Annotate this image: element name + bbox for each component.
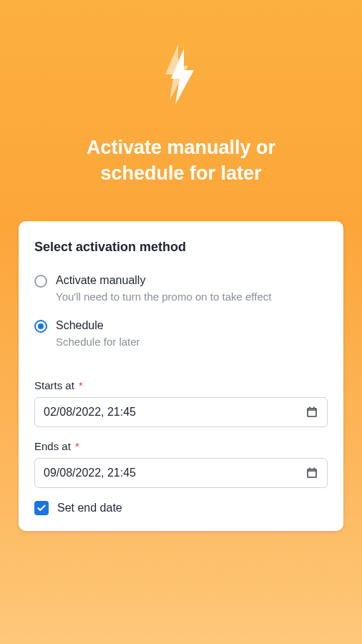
required-asterisk: * [72, 440, 79, 452]
radio-text: Schedule Schedule for later [56, 318, 328, 349]
checkbox-icon [34, 501, 49, 515]
radio-text: Activate manually You'll need to turn th… [56, 273, 328, 304]
checkbox-label: Set end date [57, 502, 122, 514]
ends-at-value: 09/08/2022, 21:45 [44, 467, 136, 479]
radio-description: You'll need to turn the promo on to take… [56, 290, 328, 304]
page-root: Activate manually or schedule for later … [0, 0, 362, 644]
calendar-icon [305, 406, 318, 419]
radio-icon [34, 320, 47, 333]
radio-option-schedule[interactable]: Schedule Schedule for later [34, 314, 328, 359]
radio-icon [34, 275, 47, 288]
radio-option-manual[interactable]: Activate manually You'll need to turn th… [34, 269, 328, 314]
ends-at-field: Ends at * 09/08/2022, 21:45 [34, 440, 328, 488]
starts-at-input[interactable]: 02/08/2022, 21:45 [34, 397, 328, 427]
set-end-date-checkbox[interactable]: Set end date [34, 501, 328, 515]
label-text: Ends at [34, 440, 71, 452]
starts-at-label: Starts at * [34, 379, 328, 391]
radio-description: Schedule for later [56, 335, 328, 349]
radio-label: Schedule [56, 318, 328, 333]
calendar-icon [305, 467, 318, 479]
starts-at-value: 02/08/2022, 21:45 [44, 406, 136, 419]
label-text: Starts at [34, 379, 74, 391]
starts-at-field: Starts at * 02/08/2022, 21:45 [34, 379, 328, 427]
lightning-icon [160, 43, 202, 107]
ends-at-label: Ends at * [34, 440, 328, 452]
required-asterisk: * [76, 379, 83, 391]
activation-method-group: Activate manually You'll need to turn th… [34, 269, 328, 359]
ends-at-input[interactable]: 09/08/2022, 21:45 [34, 458, 328, 488]
hero-title: Activate manually or schedule for later [52, 135, 310, 187]
card-heading: Select activation method [34, 240, 328, 255]
radio-label: Activate manually [56, 273, 328, 288]
activation-card: Select activation method Activate manual… [19, 221, 343, 531]
